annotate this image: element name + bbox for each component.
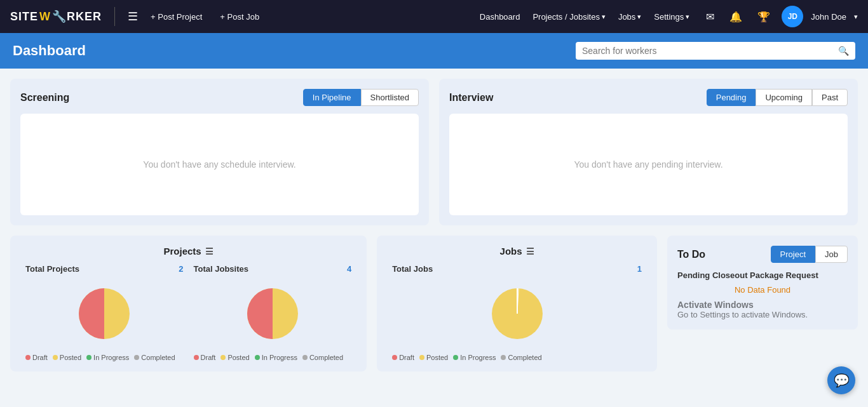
search-container: 🔍 (576, 42, 855, 60)
completed-dot (501, 355, 506, 360)
in-progress-dot (255, 355, 260, 360)
todo-tab-job[interactable]: Job (815, 246, 848, 263)
main-content: Screening In Pipeline Shortlisted You do… (0, 69, 868, 382)
draft-dot (194, 355, 199, 360)
interview-card-body: You don't have any pending interview. (449, 114, 848, 215)
total-projects-count: 2 (179, 264, 183, 274)
avatar: JD (782, 6, 803, 27)
draft-dot (25, 355, 31, 360)
interview-tab-upcoming[interactable]: Upcoming (756, 89, 812, 106)
page-title: Dashboard (13, 43, 566, 59)
interview-card-header: Interview Pending Upcoming Past (449, 89, 848, 106)
activate-windows-notice: Activate Windows Go to Settings to activ… (677, 300, 848, 319)
chat-icon: 💬 (834, 373, 850, 382)
screening-title: Screening (20, 92, 69, 103)
projects-charts-row: Total Projects 2 Draft (20, 264, 356, 361)
todo-tab-project[interactable]: Project (771, 246, 815, 263)
navbar: SITEW🔧RKER ☰ + Post Project + Post Job D… (0, 0, 868, 33)
jobsites-pie-chart (238, 279, 308, 349)
total-jobsites-count: 4 (347, 264, 351, 274)
nav-settings[interactable]: Settings ▾ (649, 10, 695, 24)
screening-tab-group: In Pipeline Shortlisted (303, 89, 419, 106)
post-project-button[interactable]: + Post Project (146, 10, 207, 24)
legend-in-progress: In Progress (453, 354, 496, 361)
screening-card-body: You don't have any schedule interview. (20, 114, 419, 215)
legend-in-progress: In Progress (255, 354, 297, 361)
screening-tab-in-pipeline[interactable]: In Pipeline (303, 89, 361, 106)
total-jobs-count: 1 (637, 264, 642, 274)
bottom-row: Projects ☰ Total Projects 2 (10, 236, 858, 371)
interview-card: Interview Pending Upcoming Past You don'… (439, 79, 858, 225)
logo-text: SITE (10, 10, 38, 23)
notifications-icon[interactable]: 🔔 (726, 8, 746, 25)
interview-empty-text: You don't have any pending interview. (574, 159, 722, 170)
jobs-chart-section: Total Jobs 1 Draft (387, 264, 647, 361)
username[interactable]: John Doe (811, 12, 846, 22)
interview-tab-group: Pending Upcoming Past (707, 89, 848, 106)
in-progress-dot (453, 355, 458, 360)
logo-o: W (39, 10, 51, 23)
total-projects-label: Total Projects 2 (25, 264, 184, 274)
draft-dot (392, 355, 397, 360)
jobs-pie-container (392, 279, 642, 349)
todo-section-title: Pending Closeout Package Request (677, 270, 848, 280)
jobsites-pie-container (194, 279, 352, 349)
todo-title: To Do (677, 249, 705, 260)
navbar-links: Dashboard Projects / Jobsites ▾ Jobs ▾ S… (475, 10, 695, 24)
total-jobs-label: Total Jobs 1 (392, 264, 642, 274)
total-jobsites-label: Total Jobsites 4 (194, 264, 352, 274)
logo-rest: 🔧RKER (52, 10, 102, 23)
messages-icon[interactable]: ✉ (702, 8, 718, 25)
user-chevron-icon: ▾ (854, 13, 858, 21)
projects-legend: Draft Posted In Progress Completed (25, 354, 184, 361)
logo: SITEW🔧RKER (10, 10, 102, 23)
jobs-legend: Draft Posted In Progress Completed (392, 354, 642, 361)
jobs-pie-chart (482, 279, 552, 349)
interview-tab-pending[interactable]: Pending (707, 89, 756, 106)
jobsites-legend: Draft Posted In Progress Completed (194, 354, 352, 361)
chevron-icon: ▾ (602, 13, 606, 21)
screening-card-header: Screening In Pipeline Shortlisted (20, 89, 419, 106)
menu-icon[interactable]: ☰ (128, 10, 138, 23)
header-bar: Dashboard 🔍 (0, 33, 868, 69)
nav-jobs[interactable]: Jobs ▾ (613, 10, 646, 24)
in-progress-dot (86, 355, 92, 360)
legend-completed: Completed (302, 354, 343, 361)
total-jobsites-section: Total Jobsites 4 Draft (189, 264, 357, 361)
list-icon: ☰ (205, 246, 214, 257)
legend-draft: Draft (392, 354, 414, 361)
total-projects-section: Total Projects 2 Draft (20, 264, 189, 361)
activate-windows-sub: Go to Settings to activate Windows. (677, 310, 848, 319)
post-job-button[interactable]: + Post Job (215, 10, 264, 24)
projects-section-title: Projects ☰ (20, 246, 356, 257)
screening-empty-text: You don't have any schedule interview. (143, 159, 295, 170)
todo-tab-group: Project Job (771, 246, 848, 263)
projects-pie-container (25, 279, 184, 349)
jobs-card: Jobs ☰ Total Jobs 1 (377, 236, 657, 371)
projects-pie-chart (69, 279, 139, 349)
posted-dot (419, 355, 424, 360)
search-icon: 🔍 (838, 46, 849, 56)
legend-draft: Draft (194, 354, 216, 361)
legend-posted: Posted (419, 354, 448, 361)
todo-card-header: To Do Project Job (677, 246, 848, 263)
completed-dot (134, 355, 139, 360)
jobs-section-title: Jobs ☰ (387, 246, 647, 257)
legend-in-progress: In Progress (86, 354, 129, 361)
nav-dashboard[interactable]: Dashboard (475, 10, 526, 24)
interview-tab-past[interactable]: Past (812, 89, 848, 106)
search-input[interactable] (582, 46, 833, 56)
screening-card: Screening In Pipeline Shortlisted You do… (10, 79, 429, 225)
jobs-list-icon: ☰ (526, 246, 534, 257)
legend-posted: Posted (53, 354, 81, 361)
trophy-icon[interactable]: 🏆 (754, 8, 774, 25)
nav-projects[interactable]: Projects / Jobsites ▾ (527, 10, 611, 24)
posted-dot (220, 355, 226, 360)
screening-tab-shortlisted[interactable]: Shortlisted (361, 89, 419, 106)
no-data-text: No Data Found (677, 285, 848, 295)
activate-windows-title: Activate Windows (677, 300, 848, 310)
top-row: Screening In Pipeline Shortlisted You do… (10, 79, 858, 225)
projects-card: Projects ☰ Total Projects 2 (10, 236, 367, 371)
legend-completed: Completed (134, 354, 175, 361)
navbar-divider (114, 7, 115, 26)
